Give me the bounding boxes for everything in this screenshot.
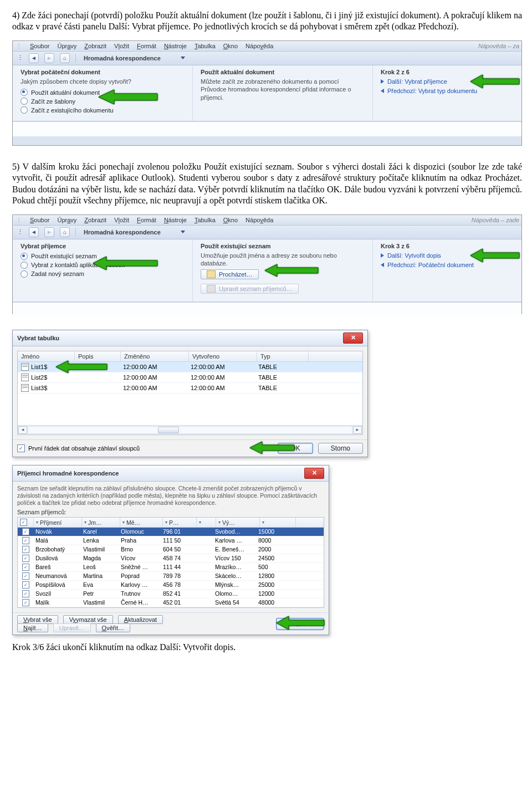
menu-insert[interactable]: Vložit	[114, 217, 129, 223]
screenshot-step3: ⋮ Soubor Úpravy Zobrazit Vložit Formát N…	[12, 214, 522, 314]
col-name[interactable]: Jméno	[18, 351, 75, 361]
dropdown-icon[interactable]	[181, 57, 185, 59]
menu-insert[interactable]: Vložit	[114, 43, 129, 49]
checkbox-icon[interactable]: ✓	[22, 590, 29, 597]
dropdown-icon[interactable]	[181, 231, 185, 233]
checkbox-icon[interactable]: ✓	[22, 599, 29, 606]
nav-back-icon[interactable]: ◄	[29, 227, 39, 237]
recipient-row[interactable]: ✓NeumanováMartinaPoprad789 78Skácelo…128…	[18, 572, 324, 581]
scroll-right-icon[interactable]: ►	[353, 426, 362, 434]
recipient-row[interactable]: ✓BarešLeošSněžné …111 44Mrazíko…500	[18, 563, 324, 572]
link-next[interactable]: Další: Vytvořit dopis	[381, 252, 514, 259]
ok-button[interactable]: OK	[278, 443, 313, 454]
checkbox-icon[interactable]: ✓	[22, 528, 29, 535]
opt-use-current[interactable]: Použít aktuální dokument	[21, 89, 185, 96]
close-icon[interactable]: ✕	[343, 333, 363, 344]
opt-existing-list[interactable]: Použít existující seznam	[21, 253, 185, 260]
col-zip[interactable]: ▾P…	[163, 518, 197, 527]
first-row-headers-checkbox[interactable]: ✓ První řádek dat obsahuje záhlaví sloup…	[17, 444, 140, 452]
dialog-mailmerge-recipients: Příjemci hromadné korespondence ✕ Seznam…	[12, 465, 329, 635]
recipient-row[interactable]: ✓SvozilPetrTrutnov852 41Olomo…12000	[18, 590, 324, 599]
col-name[interactable]: ▾Jm…	[82, 518, 120, 527]
browse-button[interactable]: Procházet…	[201, 269, 259, 279]
help-hint: Nápověda – zade	[472, 217, 519, 223]
list-label: Seznam příjemců:	[17, 509, 324, 515]
panel-step-nav: Krok 2 z 6 Další: Vybrat příjemce Předch…	[373, 65, 521, 121]
menu-edit[interactable]: Úpravy	[57, 43, 76, 49]
table-row[interactable]: List2$12:00:00 AM12:00:00 AMTABLE	[18, 372, 362, 383]
col-street[interactable]: ▾Vý…	[216, 518, 260, 527]
home-icon[interactable]: ⌂	[60, 53, 70, 63]
recipient-row[interactable]: ✓DusilováMagdaVícov458 74Vícov 15024500	[18, 554, 324, 563]
nav-back-icon[interactable]: ◄	[29, 53, 39, 63]
table-header: Jméno Popis Změněno Vytvořeno Typ	[18, 351, 362, 362]
col-modified[interactable]: Změněno	[121, 351, 189, 361]
recipient-row[interactable]: ✓BrzobohatýVlastimilBrno604 50E. Beneš…2…	[18, 545, 324, 554]
link-prev[interactable]: Předchozí: Počáteční dokument	[381, 262, 514, 268]
link-prev[interactable]: Předchozí: Vybrat typ dokumentu	[381, 88, 514, 94]
menu-tools[interactable]: Nástroje	[164, 43, 187, 49]
menu-edit[interactable]: Úpravy	[57, 217, 76, 223]
radio-icon	[21, 89, 28, 96]
col-surname[interactable]: ▾Příjmení	[34, 518, 82, 527]
refresh-button[interactable]: Aktualizovat	[118, 615, 163, 624]
checkbox-icon[interactable]: ✓	[22, 572, 29, 580]
menu-table[interactable]: Tabulka	[195, 43, 216, 49]
col-prize[interactable]: ▾	[260, 518, 296, 527]
panel-existing-list: Použít existující seznam Umožňuje použít…	[193, 239, 373, 302]
opt-outlook-contacts[interactable]: Vybrat z kontaktů aplikace Outlook	[21, 262, 185, 269]
home-icon[interactable]: ⌂	[60, 227, 70, 237]
nav-fwd-icon[interactable]: ►	[44, 53, 54, 63]
checkbox-icon[interactable]: ✓	[22, 581, 29, 589]
link-next[interactable]: Další: Vybrat příjemce	[381, 78, 514, 85]
menu-help[interactable]: Nápověda	[245, 43, 273, 49]
menu-window[interactable]: Okno	[223, 43, 238, 49]
col-p[interactable]: ▾Ulice	[197, 518, 216, 527]
checkbox-icon[interactable]: ✓	[22, 546, 29, 553]
scroll-track[interactable]	[28, 426, 352, 434]
radio-icon	[21, 98, 28, 105]
clear-all-button[interactable]: Vyymazat vše	[63, 615, 113, 624]
menu-file[interactable]: Soubor	[30, 217, 49, 223]
find-button[interactable]: Najít…	[17, 623, 48, 632]
checkbox-icon[interactable]: ✓	[22, 564, 29, 571]
scroll-left-icon[interactable]: ◄	[18, 426, 27, 434]
opt-new-list[interactable]: Zadat nový seznam	[21, 270, 185, 278]
verify-button[interactable]: Ověřit…	[96, 623, 130, 632]
checkbox-icon[interactable]: ✓	[22, 537, 29, 544]
horizontal-scrollbar[interactable]: ◄ ►	[18, 425, 362, 434]
menu-table[interactable]: Tabulka	[195, 217, 216, 223]
table-row[interactable]: List1$12:00:00 AM12:00:00 AMTABLE	[18, 362, 362, 372]
scroll-thumb[interactable]	[158, 427, 179, 433]
recipient-row[interactable]: ✓MaláLenkaPraha111 50Karlova …8000	[18, 536, 324, 545]
menu-view[interactable]: Zobrazit	[84, 43, 106, 49]
recipient-row[interactable]: ✓PospíšilováEvaKarlovy …456 78Mlýnsk…250…	[18, 581, 324, 590]
col-popis[interactable]: Popis	[75, 351, 121, 361]
dialog-title: Příjemci hromadné korespondence	[17, 470, 119, 477]
menu-view[interactable]: Zobrazit	[84, 217, 106, 223]
close-icon[interactable]: ✕	[304, 468, 324, 479]
checkbox-icon[interactable]: ✓	[22, 555, 29, 562]
menu-format[interactable]: Formát	[137, 217, 156, 223]
menu-window[interactable]: Okno	[223, 217, 238, 223]
menu-format[interactable]: Formát	[137, 43, 156, 49]
cancel-button[interactable]: Storno	[318, 443, 363, 454]
col-city[interactable]: ▾Mě…	[120, 518, 163, 527]
select-all-button[interactable]: Vybrat vše	[17, 615, 58, 624]
recipient-row[interactable]: ✓MalíkVlastimilČerné H…452 01Světlá 5448…	[18, 599, 324, 607]
table-row[interactable]: List3$12:00:00 AM12:00:00 AMTABLE	[18, 383, 362, 393]
col-check[interactable]: ✓	[18, 518, 34, 527]
col-created[interactable]: Vytvořeno	[189, 351, 257, 361]
menu-help[interactable]: Nápověda	[245, 217, 273, 223]
col-type[interactable]: Typ	[257, 351, 309, 361]
ok-button[interactable]: OK	[276, 618, 324, 630]
recipients-table: ✓ ▾Příjmení ▾Jm… ▾Mě… ▾P… ▾Ulice ▾Vý… ▾ …	[17, 517, 324, 608]
opt-from-template[interactable]: Začít ze šablony	[21, 98, 185, 105]
recipient-row[interactable]: ✓NovákKarelOlomouc796 01Svobod…15000	[18, 528, 324, 536]
help-hint: Nápověda – za	[478, 43, 519, 49]
folder-icon	[207, 270, 216, 278]
menu-tools[interactable]: Nástroje	[164, 217, 187, 223]
menu-file[interactable]: Soubor	[30, 43, 49, 49]
opt-from-existing[interactable]: Začít z existujícího dokumentu	[21, 106, 185, 114]
nav-fwd-icon[interactable]: ►	[44, 227, 54, 237]
